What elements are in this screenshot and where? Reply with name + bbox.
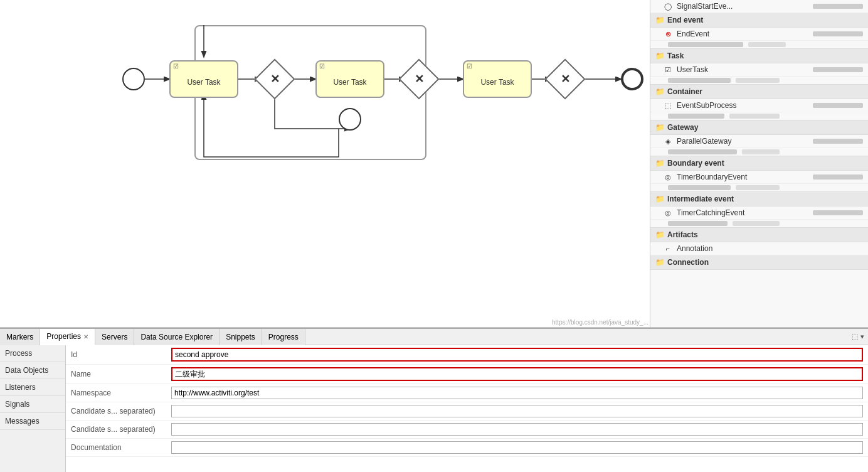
nav-messages-label: Messages — [5, 417, 40, 426]
palette-section-container[interactable]: 📁 Container — [650, 85, 868, 99]
bottom-content: Process Data Objects Listeners Signals M… — [0, 345, 868, 472]
nav-data-objects-label: Data Objects — [5, 366, 48, 375]
candidate-groups-label: Candidate s... separated) — [66, 402, 166, 421]
task1-label: User Task — [187, 78, 220, 87]
palette-panel: ◯ SignalStartEve... 📁 End event ⊗ EndEve… — [650, 0, 868, 328]
boundary-section-label: Boundary event — [667, 159, 724, 168]
tab-properties[interactable]: Properties ✕ — [40, 329, 95, 345]
gateway-2[interactable]: ✕ — [405, 65, 433, 94]
container-section-label: Container — [667, 87, 702, 96]
tab-properties-label: Properties — [46, 332, 81, 341]
palette-item-user-task[interactable]: ☑ UserTask — [650, 63, 868, 77]
user-task-palette-label: UserTask — [677, 65, 708, 74]
event-subprocess-label: EventSubProcess — [677, 101, 736, 110]
palette-section-task[interactable]: 📁 Task — [650, 49, 868, 63]
nav-listeners[interactable]: Listeners — [0, 379, 65, 396]
end-event-icon: ⊗ — [663, 30, 673, 38]
signal-start-label: SignalStartEve... — [677, 2, 733, 11]
nav-data-objects[interactable]: Data Objects — [0, 362, 65, 379]
artifacts-section-label: Artifacts — [667, 230, 698, 239]
form-row-namespace: Namespace — [66, 384, 868, 402]
nav-messages[interactable]: Messages — [0, 413, 65, 430]
gateway-1[interactable]: ✕ — [260, 65, 289, 94]
nav-signals-label: Signals — [5, 400, 29, 409]
palette-section-end-event[interactable]: 📁 End event — [650, 13, 868, 28]
task-section-label: Task — [667, 51, 684, 60]
folder-icon-container: 📁 — [655, 87, 665, 96]
palette-item-signal-start[interactable]: ◯ SignalStartEve... — [650, 0, 868, 13]
gateway1-symbol: ✕ — [270, 72, 280, 86]
palette-item-end-event[interactable]: ⊗ EndEvent — [650, 28, 868, 41]
namespace-field-label: Namespace — [66, 384, 166, 402]
form-table: Id Name Namespace — [66, 345, 868, 457]
nav-process[interactable]: Process — [0, 345, 65, 362]
tab-snippets[interactable]: Snippets — [220, 329, 262, 345]
nav-signals[interactable]: Signals — [0, 396, 65, 413]
tab-snippets-label: Snippets — [226, 333, 255, 341]
gateway3-symbol: ✕ — [561, 72, 570, 86]
task3-label: User Task — [480, 78, 514, 87]
tab-actions: ⬚ ▾ — [850, 331, 868, 342]
tab-data-source-label: Data Source Explorer — [140, 333, 213, 341]
timer-catching-icon: ◎ — [663, 209, 673, 217]
tab-properties-close[interactable]: ✕ — [83, 333, 88, 340]
tab-markers-label: Markers — [6, 333, 33, 341]
palette-item-annotation[interactable]: ⌐ Annotation — [650, 242, 868, 255]
annotation-icon: ⌐ — [663, 245, 673, 252]
tab-markers[interactable]: Markers — [0, 329, 40, 345]
form-row-candidate-users: Candidate s... separated) — [66, 421, 868, 439]
tab-data-source[interactable]: Data Source Explorer — [134, 329, 220, 345]
folder-icon-intermediate: 📁 — [655, 195, 665, 203]
form-row-id: Id — [66, 345, 868, 365]
connection-section-label: Connection — [667, 258, 709, 267]
candidate-users-input[interactable] — [171, 423, 863, 436]
tab-progress[interactable]: Progress — [262, 329, 305, 345]
bottom-panel: Markers Properties ✕ Servers Data Source… — [0, 328, 868, 472]
end-event[interactable] — [621, 68, 643, 90]
name-field-input[interactable] — [171, 367, 863, 381]
user-task-3[interactable]: ☑ User Task — [463, 60, 532, 98]
bottom-left-nav: Process Data Objects Listeners Signals M… — [0, 345, 66, 472]
intermediate-event[interactable] — [339, 108, 361, 131]
timer-boundary-label: TimerBoundaryEvent — [677, 173, 747, 181]
candidate-groups-input[interactable] — [171, 405, 863, 417]
folder-icon-end-event: 📁 — [655, 16, 665, 24]
folder-icon-gateway: 📁 — [655, 123, 665, 132]
end-event-label: EndEvent — [677, 30, 709, 38]
tab-servers-label: Servers — [102, 333, 127, 341]
user-task-2[interactable]: ☑ User Task — [315, 60, 384, 98]
user-task-1[interactable]: ☑ User Task — [169, 60, 238, 98]
id-field-input[interactable] — [171, 348, 863, 362]
palette-section-boundary-event[interactable]: 📁 Boundary event — [650, 156, 868, 171]
namespace-field-input[interactable] — [171, 387, 863, 399]
candidate-users-label: Candidate s... separated) — [66, 421, 166, 439]
intermediate-section-label: Intermediate event — [667, 195, 734, 203]
palette-section-connection[interactable]: 📁 Connection — [650, 255, 868, 270]
palette-section-intermediate[interactable]: 📁 Intermediate event — [650, 192, 868, 206]
tab-action-open[interactable]: ⬚ — [850, 331, 859, 342]
palette-item-timer-boundary[interactable]: ◎ TimerBoundaryEvent — [650, 171, 868, 184]
signal-start-icon: ◯ — [663, 3, 673, 11]
gateway2-symbol: ✕ — [415, 72, 424, 86]
form-row-documentation: Documentation — [66, 439, 868, 457]
gateway-3[interactable]: ✕ — [551, 65, 580, 94]
documentation-input[interactable] — [171, 441, 863, 454]
folder-icon-task: 📁 — [655, 51, 665, 60]
palette-item-event-subprocess[interactable]: ⬚ EventSubProcess — [650, 99, 868, 112]
parallel-gateway-label: ParallelGateway — [677, 137, 731, 146]
palette-section-artifacts[interactable]: 📁 Artifacts — [650, 228, 868, 242]
palette-section-gateway[interactable]: 📁 Gateway — [650, 121, 868, 135]
task2-icon: ☑ — [319, 63, 325, 70]
form-row-candidate-groups: Candidate s... separated) — [66, 402, 868, 421]
tab-progress-label: Progress — [268, 333, 299, 341]
folder-icon-boundary: 📁 — [655, 159, 665, 168]
tab-action-menu[interactable]: ▾ — [859, 331, 865, 342]
start-event[interactable] — [122, 68, 145, 90]
app-container: ☑ User Task ✕ ☑ User Task ✕ — [0, 0, 868, 472]
palette-item-parallel-gateway[interactable]: ◈ ParallelGateway — [650, 135, 868, 148]
canvas-area[interactable]: ☑ User Task ✕ ☑ User Task ✕ — [0, 0, 650, 328]
palette-item-timer-catching[interactable]: ◎ TimerCatchingEvent — [650, 206, 868, 220]
timer-boundary-icon: ◎ — [663, 173, 673, 181]
tab-servers[interactable]: Servers — [95, 329, 134, 345]
watermark: https://blog.csdn.net/java_study_... — [552, 319, 648, 326]
